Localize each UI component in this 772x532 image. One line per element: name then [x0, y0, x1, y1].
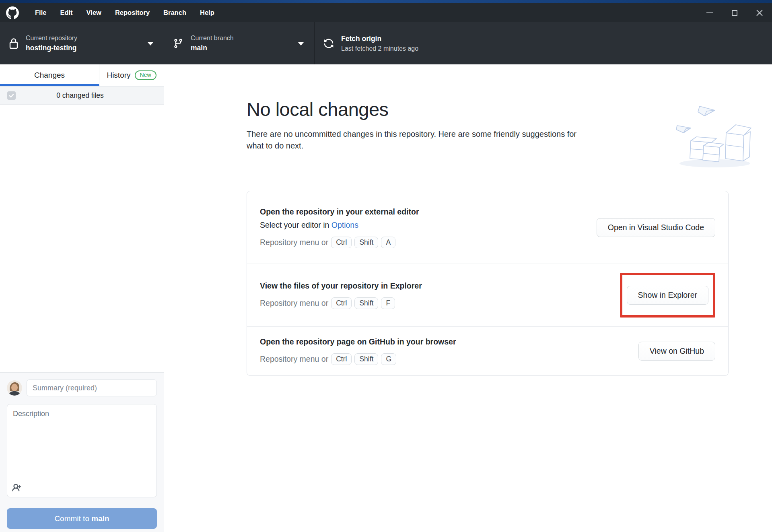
show-in-explorer-button[interactable]: Show in Explorer	[627, 286, 708, 305]
sidebar-tabs: Changes History New	[0, 64, 164, 87]
select-all-checkbox[interactable]	[7, 91, 16, 100]
github-logo-icon	[6, 6, 19, 20]
menu-repository[interactable]: Repository	[108, 3, 156, 22]
toolbar-empty-area	[466, 22, 772, 64]
tab-history-label: History	[107, 71, 130, 80]
chevron-down-icon	[298, 42, 304, 45]
suggestions-container: Open the repository in your external edi…	[247, 191, 729, 376]
tab-history[interactable]: History New	[99, 64, 164, 86]
empty-state-illustration	[675, 100, 772, 174]
tab-changes[interactable]: Changes	[0, 64, 99, 86]
add-coauthor-button[interactable]	[12, 483, 23, 493]
close-button[interactable]	[747, 3, 772, 22]
fetch-origin-title: Fetch origin	[341, 35, 418, 43]
description-textarea[interactable]	[7, 404, 157, 497]
view-on-github-button[interactable]: View on GitHub	[638, 342, 715, 361]
menu-branch[interactable]: Branch	[156, 3, 193, 22]
current-repository-label: Current repository	[26, 35, 77, 42]
window-controls	[697, 3, 772, 22]
changed-files-count: 0 changed files	[16, 91, 144, 100]
key-ctrl: Ctrl	[331, 237, 352, 248]
menu-items: File Edit View Repository Branch Help	[28, 3, 221, 22]
shortcut-hint: Repository menu or Ctrl Shift F	[260, 297, 422, 309]
options-link[interactable]: Options	[331, 221, 358, 229]
commit-button[interactable]: Commit to main	[7, 508, 157, 529]
suggestion-title: Open the repository page on GitHub in yo…	[260, 337, 456, 346]
window-accent-strip	[0, 0, 772, 3]
toolbar: Current repository hosting-testing Curre…	[0, 22, 772, 64]
menu-view[interactable]: View	[80, 3, 108, 22]
current-branch-selector[interactable]: Current branch main	[164, 22, 315, 64]
fetch-origin-button[interactable]: Fetch origin Last fetched 2 minutes ago	[315, 22, 466, 64]
key-a: A	[381, 237, 395, 248]
suggestion-subtitle: Select your editor in Options	[260, 221, 419, 230]
commit-form: Commit to main	[0, 372, 164, 532]
user-avatar	[7, 380, 22, 396]
key-f: F	[381, 297, 395, 309]
sidebar: Changes History New 0 changed files Comm…	[0, 64, 164, 532]
shortcut-hint: Repository menu or Ctrl Shift A	[260, 237, 419, 248]
key-shift: Shift	[354, 237, 378, 248]
highlight-annotation: Show in Explorer	[620, 273, 715, 318]
summary-input[interactable]	[27, 379, 157, 396]
current-repository-selector[interactable]: Current repository hosting-testing	[0, 22, 164, 64]
git-branch-icon	[173, 38, 183, 49]
suggestion-title: View the files of your repository in Exp…	[260, 281, 422, 291]
page-subtitle: There are no uncommitted changes in this…	[247, 128, 585, 152]
main-panel: No local changes There are no uncommitte…	[165, 64, 772, 532]
current-branch-value: main	[191, 44, 234, 52]
key-g: G	[381, 353, 396, 365]
menu-file[interactable]: File	[28, 3, 53, 22]
close-icon	[756, 9, 763, 16]
changed-files-list	[0, 105, 164, 372]
tab-changes-label: Changes	[34, 71, 65, 80]
key-ctrl: Ctrl	[331, 353, 352, 365]
history-new-badge: New	[135, 70, 156, 80]
minimize-button[interactable]	[697, 3, 722, 22]
current-branch-label: Current branch	[191, 35, 234, 42]
current-repository-value: hosting-testing	[26, 44, 77, 52]
suggestion-view-github: Open the repository page on GitHub in yo…	[247, 327, 728, 375]
person-add-icon	[12, 483, 23, 493]
fetch-origin-subtitle: Last fetched 2 minutes ago	[341, 45, 418, 52]
menu-edit[interactable]: Edit	[53, 3, 79, 22]
suggestion-open-editor: Open the repository in your external edi…	[247, 191, 728, 264]
chevron-down-icon	[148, 42, 153, 45]
key-shift: Shift	[354, 353, 378, 365]
key-shift: Shift	[354, 297, 378, 309]
maximize-icon	[732, 10, 737, 16]
shortcut-hint: Repository menu or Ctrl Shift G	[260, 353, 456, 365]
suggestion-title: Open the repository in your external edi…	[260, 207, 419, 217]
maximize-button[interactable]	[722, 3, 747, 22]
minimize-icon	[706, 12, 713, 13]
lock-icon	[9, 37, 19, 49]
menu-help[interactable]: Help	[193, 3, 221, 22]
changed-files-row: 0 changed files	[0, 87, 164, 105]
sync-icon	[323, 38, 334, 49]
menu-bar: File Edit View Repository Branch Help	[0, 3, 772, 22]
key-ctrl: Ctrl	[331, 297, 352, 309]
suggestion-show-explorer: View the files of your repository in Exp…	[247, 264, 728, 327]
open-in-vscode-button[interactable]: Open in Visual Studio Code	[597, 218, 715, 237]
